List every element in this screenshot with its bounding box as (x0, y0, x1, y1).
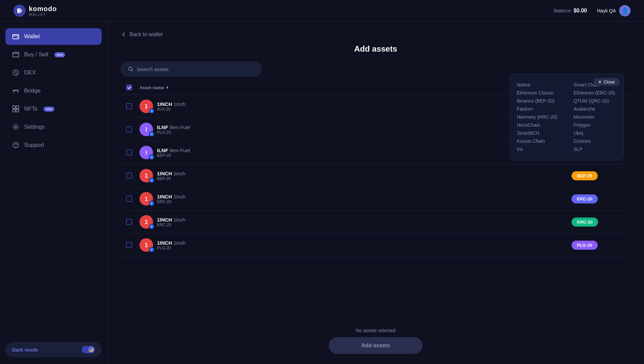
row-protocol-6: PLG-20 (572, 241, 625, 250)
protocol-option-col1-5[interactable]: HecoChain (517, 121, 560, 129)
asset-logo-5: 1 ✦ (140, 215, 153, 229)
asset-logo-2: I ✦ (140, 146, 153, 159)
protocol-panel: ✕ Close NativeEthereum ClassicBinance (B… (510, 74, 624, 160)
protocol-option-col1-0[interactable]: Native (517, 81, 560, 89)
protocol-option-col2-4[interactable]: Moonriver (574, 113, 617, 121)
search-input[interactable] (137, 66, 255, 72)
svg-text:1: 1 (145, 242, 148, 248)
dark-mode-switch[interactable]: 🌙 (82, 346, 95, 353)
asset-subtitle-6: PLG-20 (157, 246, 185, 250)
logo-sub: WALLET (29, 13, 57, 16)
sidebar-item-nfts[interactable]: NFTs new (5, 101, 102, 117)
buy-sell-icon (12, 51, 19, 58)
row-checkbox-4[interactable] (126, 196, 134, 202)
protocol-badge-4: ERC-20 (572, 194, 598, 203)
protocol-option-col2-7[interactable]: Cosmos (574, 137, 617, 145)
protocol-badge-3: BEP-20 (572, 171, 598, 180)
asset-name-header[interactable]: Asset name (140, 85, 566, 90)
asset-ticker-2: ILNF Ilien Fuel (157, 147, 190, 153)
asset-chain-badge-6: ✦ (149, 247, 154, 252)
protocol-option-col2-6[interactable]: Ubiq (574, 129, 617, 137)
sidebar-item-dex[interactable]: DEX (5, 64, 102, 81)
row-checkbox-1[interactable] (126, 126, 134, 132)
table-row[interactable]: 1 ✦ 1INCH 1inch ERC-20 ERC-20 (121, 187, 631, 210)
main-layout: Wallet Buy / Sell new DEX Bridge N (0, 21, 644, 364)
header-right: Balance $0.00 Hayk QA 👤 (554, 5, 631, 16)
protocol-badge-5: KRC-20 (572, 218, 598, 227)
row-protocol-4: ERC-20 (572, 194, 625, 203)
row-checkbox-5[interactable] (126, 219, 134, 225)
asset-info-3: 1INCH 1inch BEP-20 (157, 171, 185, 181)
asset-chain-badge-3: ✦ (149, 178, 154, 183)
protocol-option-col2-5[interactable]: Polygon (574, 121, 617, 129)
row-checkbox-2[interactable] (126, 149, 134, 156)
table-row[interactable]: 1 ✦ 1INCH 1inch KRC-20 KRC-20 (121, 210, 631, 234)
asset-chain-badge-5: ✦ (149, 224, 154, 229)
asset-info-1: ILNF Ilien Fuel PLG-20 (157, 124, 190, 135)
row-checkbox-6[interactable] (126, 242, 134, 248)
add-assets-button[interactable]: Add assets (329, 337, 423, 354)
asset-subtitle-3: BEP-20 (157, 176, 185, 181)
protocol-option-col2-1[interactable]: Ethereum (ERC-20) (574, 89, 617, 97)
asset-subtitle-5: KRC-20 (157, 223, 185, 227)
balance-area: Balance $0.00 (554, 8, 587, 14)
logo-text: komodo WALLET (29, 5, 57, 16)
sidebar-item-support[interactable]: ? Support (5, 137, 102, 154)
asset-info-5: 1INCH 1inch KRC-20 (157, 217, 185, 227)
asset-info-6: 1INCH 1inch PLG-20 (157, 240, 185, 250)
protocol-option-col1-1[interactable]: Ethereum Classic (517, 89, 560, 97)
asset-chain-badge-0: ✦ (149, 108, 154, 114)
row-protocol-5: KRC-20 (572, 218, 625, 227)
protocol-option-col1-8[interactable]: Iris (517, 145, 560, 153)
row-asset-1: I ✦ ILNF Ilien Fuel PLG-20 (140, 123, 566, 136)
svg-text:?: ? (15, 143, 17, 148)
asset-subtitle-2: BEP-20 (157, 153, 190, 158)
no-assets-text: No assets selected (356, 328, 395, 333)
table-row[interactable]: 1 ✦ 1INCH 1inch PLG-20 PLG-20 (121, 234, 631, 257)
sidebar-item-buy-sell[interactable]: Buy / Sell new (5, 46, 102, 63)
svg-text:1: 1 (145, 196, 148, 202)
row-checkbox-3[interactable] (126, 173, 134, 179)
protocol-option-col2-2[interactable]: QTUM (QRC-20) (574, 97, 617, 105)
sidebar-label-buy-sell: Buy / Sell (24, 51, 48, 58)
back-link-text: Back to wallet (129, 32, 163, 38)
select-all-checkbox[interactable] (126, 84, 134, 90)
sidebar-label-wallet: Wallet (24, 33, 40, 40)
header: komodo WALLET Balance $0.00 Hayk QA 👤 (0, 0, 644, 21)
row-asset-6: 1 ✦ 1INCH 1inch PLG-20 (140, 238, 566, 252)
asset-ticker-3: 1INCH 1inch (157, 171, 185, 176)
logo-name: komodo (29, 5, 57, 13)
row-checkbox-0[interactable] (126, 103, 134, 109)
protocol-option-col1-3[interactable]: Fantom (517, 105, 560, 113)
row-asset-4: 1 ✦ 1INCH 1inch ERC-20 (140, 192, 566, 205)
svg-text:1: 1 (145, 219, 148, 225)
asset-subtitle-4: ERC-20 (157, 199, 185, 204)
protocol-option-col1-6[interactable]: SmartBCH (517, 129, 560, 137)
back-to-wallet-link[interactable]: Back to wallet (121, 32, 631, 38)
close-panel-button[interactable]: ✕ Close (593, 78, 620, 86)
sidebar-label-support: Support (24, 142, 44, 148)
content-area: Back to wallet Add assets Asset n (107, 21, 644, 364)
asset-logo-0: 1 ✦ (140, 100, 153, 113)
protocol-option-col1-7[interactable]: Kucoin Chain (517, 137, 560, 145)
asset-subtitle-1: PLG-20 (157, 130, 190, 135)
svg-rect-7 (13, 90, 19, 91)
protocol-option-col1-4[interactable]: Harmony (HRC-20) (517, 113, 560, 121)
dark-mode-toggle[interactable]: Dark mode 🌙 (5, 342, 102, 357)
support-icon: ? (12, 141, 19, 149)
sidebar-item-settings[interactable]: Settings (5, 119, 102, 135)
avatar[interactable]: 👤 (619, 5, 631, 16)
svg-rect-2 (13, 35, 19, 39)
sidebar-item-bridge[interactable]: Bridge (5, 82, 102, 99)
protocol-option-col2-3[interactable]: Avalanche (574, 105, 617, 113)
asset-logo-4: 1 ✦ (140, 192, 153, 205)
table-row[interactable]: 1 ✦ 1INCH 1inch BEP-20 BEP-20 (121, 164, 631, 187)
protocol-option-col2-8[interactable]: SLP (574, 145, 617, 153)
sidebar-item-wallet[interactable]: Wallet (5, 28, 102, 45)
svg-point-3 (17, 37, 18, 38)
asset-chain-badge-1: ✦ (149, 131, 154, 137)
row-asset-0: 1 ✦ 1INCH 1inch AVX-20 (140, 100, 566, 113)
protocol-option-col1-2[interactable]: Binance (BEP-20) (517, 97, 560, 105)
dex-icon (12, 69, 19, 76)
svg-rect-8 (13, 91, 14, 93)
